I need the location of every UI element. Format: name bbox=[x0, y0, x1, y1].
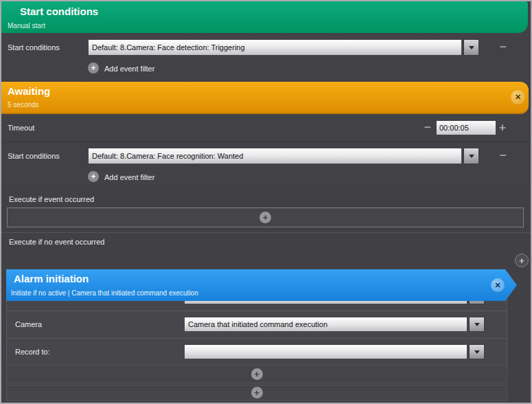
camera-combobox: Camera that initiated command execution bbox=[184, 317, 485, 332]
event-filter-combobox: Default: 8.Camera: Face recognition: Wan… bbox=[88, 148, 479, 164]
add-event-filter-label[interactable]: Add event filter bbox=[104, 173, 154, 181]
remove-event-filter-button[interactable]: − bbox=[500, 148, 507, 164]
awaiting-add-filter-row: + Add event filter bbox=[1, 167, 531, 189]
dropdown-button[interactable] bbox=[463, 148, 479, 164]
timeout-label: Timeout bbox=[8, 114, 34, 142]
dropdown-button[interactable] bbox=[469, 317, 485, 332]
event-filter-value[interactable]: Default: 8.Camera: Face detection: Trigg… bbox=[88, 39, 462, 56]
add-parallel-action-button[interactable]: + bbox=[515, 254, 529, 267]
increase-timeout-button[interactable]: + bbox=[499, 120, 506, 136]
awaiting-subtitle: 5 seconds bbox=[8, 101, 39, 109]
dropdown-arrow-icon bbox=[474, 350, 480, 354]
macro-editor-window: Start conditions Manual start Start cond… bbox=[0, 0, 532, 404]
alarm-initiation-header: Alarm initiation Initiate if no active |… bbox=[6, 269, 517, 301]
alarm-initiation-title: Alarm initiation bbox=[14, 273, 89, 284]
dropdown-button[interactable] bbox=[469, 344, 485, 359]
decrease-timeout-button[interactable]: − bbox=[424, 120, 431, 136]
add-event-filter-label[interactable]: Add event filter bbox=[104, 65, 154, 73]
add-event-filter-icon[interactable]: + bbox=[88, 63, 99, 74]
awaiting-header: Awaiting 5 seconds ✕ bbox=[1, 82, 529, 114]
record-to-row: Record to: bbox=[7, 339, 507, 366]
record-to-label: Record to: bbox=[15, 339, 50, 365]
alarm-initiation-subtitle: Initiate if no active | Camera that init… bbox=[11, 289, 198, 297]
awaiting-title: Awaiting bbox=[8, 85, 50, 97]
dropdown-arrow-icon bbox=[469, 46, 474, 49]
add-next-action-button[interactable]: + bbox=[251, 368, 263, 380]
awaiting-start-conditions-row: Start conditions Default: 8.Camera: Face… bbox=[1, 143, 531, 167]
start-conditions-title: Start conditions bbox=[20, 5, 98, 17]
filter-label: Start conditions bbox=[8, 152, 60, 160]
execute-if-no-event-group: Execute if no event occurred + Alarm: In… bbox=[1, 234, 531, 403]
add-event-filter-icon[interactable]: + bbox=[88, 171, 99, 182]
add-next-step-button[interactable]: + bbox=[251, 387, 263, 399]
event-filter-value[interactable]: Default: 8.Camera: Face recognition: Wan… bbox=[88, 148, 462, 164]
remove-alarm-action-button[interactable]: ✕ bbox=[491, 278, 505, 292]
record-to-combobox bbox=[184, 344, 485, 359]
start-conditions-header: Start conditions Manual start bbox=[1, 1, 528, 33]
remove-event-filter-button[interactable]: − bbox=[500, 39, 507, 56]
execute-if-event-label: Execute if event occurred bbox=[9, 195, 94, 203]
camera-value[interactable]: Camera that initiated command execution bbox=[184, 317, 467, 332]
action-drop-area: + bbox=[7, 207, 524, 227]
execute-if-event-group: Execute if event occurred + bbox=[1, 189, 531, 233]
start-conditions-subtitle: Manual start bbox=[8, 22, 45, 30]
event-filter-combobox: Default: 8.Camera: Face detection: Trigg… bbox=[88, 39, 479, 56]
add-next-step-row: + bbox=[6, 385, 507, 401]
add-action-button[interactable]: + bbox=[259, 212, 271, 223]
execute-if-no-event-label: Execute if no event occurred bbox=[9, 238, 104, 246]
add-next-action-row: + bbox=[6, 365, 507, 383]
filter-label: Start conditions bbox=[8, 43, 60, 52]
dropdown-button[interactable] bbox=[463, 39, 479, 56]
timeout-row: Timeout − + bbox=[1, 114, 531, 142]
camera-row: Camera Camera that initiated command exe… bbox=[7, 311, 507, 339]
start-conditions-section: Start conditions Default: 8.Camera: Face… bbox=[1, 33, 531, 82]
dropdown-arrow-icon bbox=[474, 323, 480, 326]
camera-label: Camera bbox=[15, 311, 42, 337]
remove-awaiting-button[interactable]: ✕ bbox=[511, 90, 525, 104]
dropdown-arrow-icon bbox=[469, 155, 474, 158]
record-to-value[interactable] bbox=[184, 344, 467, 359]
timeout-input[interactable] bbox=[436, 120, 496, 135]
